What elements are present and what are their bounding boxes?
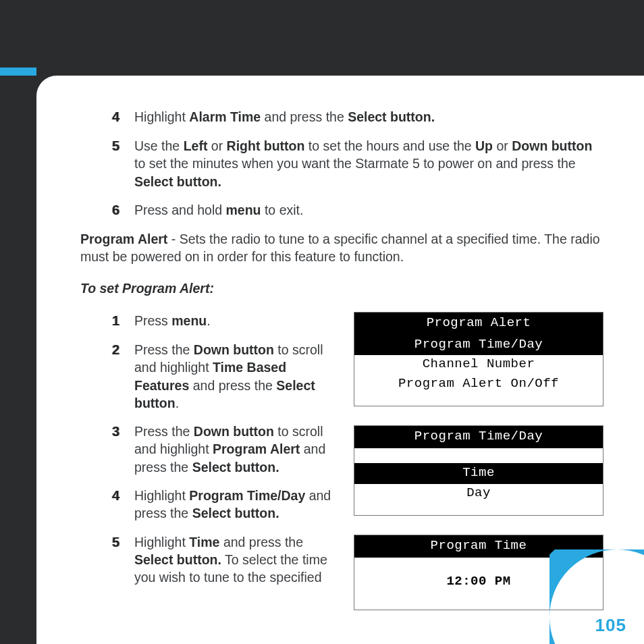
step-text: Press and hold menu to exit.	[134, 201, 603, 219]
lcd-row-blank	[354, 448, 603, 463]
lcd-title: Program Time	[354, 535, 603, 558]
step-text: Press menu.	[134, 312, 343, 330]
step-number: 3	[107, 423, 119, 476]
lcd-row-highlighted: Time	[354, 463, 603, 484]
alarm-steps-list: 4 Highlight Alarm Time and press the Sel…	[80, 108, 603, 219]
step-item: 5 Use the Left or Right button to set th…	[107, 137, 603, 190]
program-alert-description: Program Alert - Sets the radio to tune t…	[80, 230, 603, 266]
step-item: 4 Highlight Program Time/Day and press t…	[107, 487, 343, 522]
program-alert-steps-list: 1 Press menu. 2 Press the Down button to…	[80, 312, 343, 587]
step-text: Highlight Alarm Time and press the Selec…	[134, 108, 603, 126]
step-number: 5	[107, 137, 119, 190]
step-text: Press the Down button to scroll and high…	[134, 341, 343, 412]
lcd-row: Program Alert On/Off	[354, 375, 603, 394]
section-subtitle: To set Program Alert:	[80, 279, 603, 297]
step-item: 6 Press and hold menu to exit.	[107, 201, 603, 219]
lcd-screen-program-time-day: Program Time/Day Time Day	[354, 425, 603, 516]
lcd-screens-column: Program Alert Program Time/Day Channel N…	[354, 312, 603, 629]
step-item: 5 Highlight Time and press the Select bu…	[107, 533, 343, 587]
step-text: Highlight Program Time/Day and press the…	[134, 487, 343, 522]
step-item: 2 Press the Down button to scroll and hi…	[107, 341, 343, 412]
lcd-title: Program Alert	[354, 313, 603, 335]
step-number: 4	[107, 108, 119, 126]
lcd-row-highlighted: Program Time/Day	[354, 335, 603, 356]
step-number: 6	[107, 201, 119, 219]
lcd-row: 12:00 PM	[354, 572, 603, 592]
step-item: 4 Highlight Alarm Time and press the Sel…	[107, 108, 603, 126]
step-text: Press the Down button to scroll and high…	[134, 423, 343, 476]
step-item: 1 Press menu.	[107, 312, 343, 330]
lcd-row: Channel Number	[354, 355, 603, 375]
lcd-screen-program-alert: Program Alert Program Time/Day Channel N…	[354, 312, 603, 407]
accent-bar-top	[0, 68, 36, 76]
lcd-row: Day	[354, 484, 603, 504]
step-number: 4	[107, 487, 119, 522]
lcd-row-blank	[354, 558, 603, 572]
step-number: 2	[107, 341, 119, 412]
manual-page: 4 Highlight Alarm Time and press the Sel…	[36, 76, 644, 644]
step-text: Highlight Time and press the Select butt…	[134, 533, 343, 587]
page-number: 105	[595, 615, 626, 636]
page-content: 4 Highlight Alarm Time and press the Sel…	[36, 76, 644, 629]
step-item: 3 Press the Down button to scroll and hi…	[107, 423, 343, 476]
lcd-title: Program Time/Day	[354, 426, 603, 448]
step-text: Use the Left or Right button to set the …	[134, 137, 603, 190]
lcd-screen-program-time: Program Time 12:00 PM	[354, 535, 603, 610]
step-number: 5	[107, 533, 119, 587]
step-number: 1	[107, 312, 119, 330]
